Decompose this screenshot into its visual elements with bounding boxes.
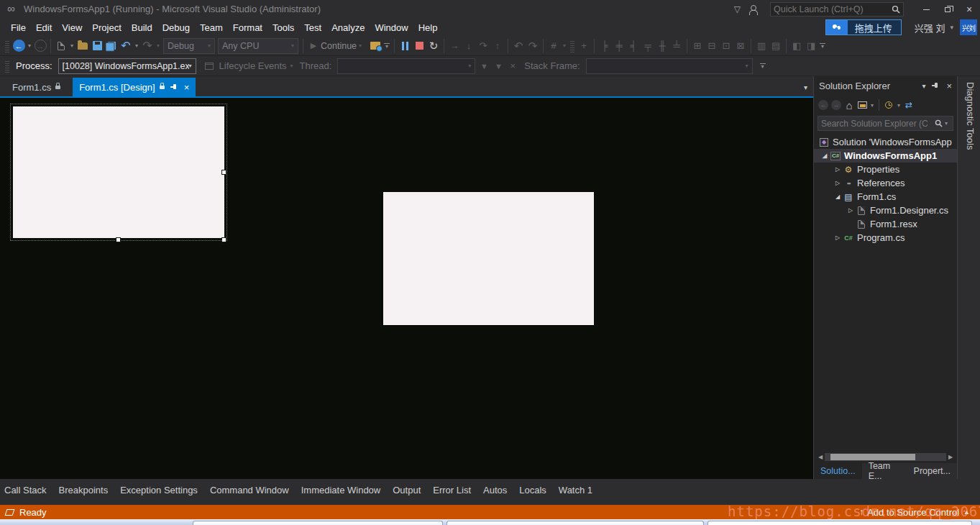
bring-to-front-button[interactable]: ◧ — [789, 38, 804, 54]
continue-dropdown-icon[interactable]: ▾ — [357, 42, 364, 49]
solution-configurations-dropdown[interactable]: Debug ▾ — [163, 38, 215, 54]
make-same-height-button[interactable]: ⊟ — [705, 38, 719, 54]
debug-location-overflow[interactable]: ▾ — [759, 63, 767, 68]
tab-locals[interactable]: Locals — [516, 483, 552, 496]
resize-handle-bottom[interactable] — [116, 237, 121, 242]
designer-form-2[interactable] — [383, 192, 594, 325]
switch-views-dropdown-icon[interactable]: ▾ — [869, 102, 876, 109]
menu-analyze[interactable]: Analyze — [326, 20, 370, 35]
pin-icon[interactable] — [170, 83, 178, 91]
horizontal-spacing-button[interactable]: ▥ — [754, 38, 769, 54]
menu-debug[interactable]: Debug — [157, 20, 195, 35]
break-all-button[interactable] — [398, 38, 412, 54]
save-button[interactable] — [90, 38, 104, 54]
menu-test[interactable]: Test — [299, 20, 326, 35]
size-to-grid-button[interactable]: ⊠ — [733, 38, 748, 54]
designer-form-selected[interactable] — [13, 106, 224, 238]
tab-watch-1[interactable]: Watch 1 — [556, 483, 598, 496]
resize-handle-right[interactable] — [221, 170, 226, 175]
navigate-back-button[interactable]: ← — [12, 38, 26, 54]
notifications-person-icon[interactable] — [749, 5, 760, 14]
tab-diagnostic-tools[interactable]: Diagnostic Tools — [963, 82, 976, 150]
tab-autos[interactable]: Autos — [480, 483, 513, 496]
expander-expanded-icon[interactable]: ◢ — [820, 152, 830, 159]
menu-tools[interactable]: Tools — [267, 20, 299, 35]
lifecycle-dropdown-icon[interactable]: ▾ — [288, 63, 296, 69]
panel-pin-icon[interactable] — [932, 82, 940, 91]
source-control-button[interactable]: ↑ Add to Source Control ▲ — [859, 505, 970, 519]
quick-launch-input[interactable] — [774, 4, 892, 14]
tab-immediate-window[interactable]: Immediate Window — [298, 483, 387, 496]
menu-project[interactable]: Project — [87, 20, 126, 35]
feedback-icon[interactable]: ▽ — [734, 4, 741, 14]
tab-breakpoints[interactable]: Breakpoints — [56, 483, 114, 496]
expander-expanded-icon[interactable]: ◢ — [833, 193, 843, 200]
tab-form1-cs-design[interactable]: Form1.cs [Design] × — [73, 78, 196, 96]
drag-upload-button[interactable]: 拖拽上传 — [825, 19, 902, 35]
lifecycle-events-label[interactable]: Lifecycle Events — [219, 60, 287, 71]
step-into-button[interactable]: ↓ — [462, 38, 476, 54]
stack-frame-dropdown[interactable]: ▾ — [586, 58, 753, 74]
scroll-left-icon[interactable]: ◀ — [816, 454, 825, 460]
layout-toolbar-overflow[interactable]: ▾ — [818, 43, 827, 48]
resize-handle-corner[interactable] — [221, 237, 226, 242]
hex-dropdown-icon[interactable]: ▾ — [561, 42, 568, 49]
tab-properties[interactable]: Propert... — [907, 463, 957, 479]
make-same-size-button[interactable]: ⊡ — [719, 38, 733, 54]
align-tops-button[interactable]: ╤ — [641, 38, 655, 54]
redo-dropdown-icon[interactable]: ▾ — [155, 42, 162, 49]
menu-team[interactable]: Team — [195, 20, 228, 35]
continue-label[interactable]: Continue — [321, 41, 357, 51]
vertical-spacing-button[interactable]: ▤ — [769, 38, 783, 54]
open-file-button[interactable] — [75, 38, 90, 54]
show-next-statement-button[interactable]: → — [447, 38, 462, 54]
menu-edit[interactable]: Edit — [31, 20, 57, 35]
tree-item-references[interactable]: ▷ ▪▪ References — [814, 176, 957, 190]
restart-button[interactable]: ↻ — [426, 38, 441, 54]
panel-dropdown-icon[interactable]: ▾ — [922, 82, 925, 90]
tree-item-properties[interactable]: ▷ ⚙ Properties — [814, 163, 957, 176]
taskbar-button[interactable] — [707, 521, 972, 525]
home-icon[interactable]: ⌂ — [843, 98, 856, 112]
quick-launch-box[interactable] — [770, 2, 904, 17]
undo-button[interactable]: ↶ — [119, 38, 133, 54]
menu-build[interactable]: Build — [127, 20, 157, 35]
debug-toolbar-overflow[interactable]: ▾ — [383, 43, 391, 48]
make-same-width-button[interactable]: ⊞ — [690, 38, 705, 54]
menu-view[interactable]: View — [57, 20, 87, 35]
expander-collapsed-icon[interactable]: ▷ — [833, 166, 843, 173]
align-bottoms-button[interactable]: ╧ — [669, 38, 684, 54]
minimize-button[interactable] — [915, 1, 937, 17]
filter-threads-icon[interactable]: ▼ — [477, 58, 491, 74]
restore-button[interactable] — [937, 1, 958, 17]
align-rights-button[interactable]: ╡ — [626, 38, 641, 54]
search-dropdown-icon[interactable]: ▾ — [943, 120, 950, 127]
solution-explorer-titlebar[interactable]: Solution Explorer ▾ × — [814, 76, 957, 96]
tab-output[interactable]: Output — [390, 483, 426, 496]
expander-collapsed-icon[interactable]: ▷ — [846, 207, 856, 214]
tab-call-stack[interactable]: Call Stack — [1, 483, 52, 496]
tab-exception-settings[interactable]: Exception Settings — [117, 483, 203, 496]
user-name[interactable]: 兴强 刘 — [915, 21, 945, 35]
navigate-back-dropdown-icon[interactable]: ▾ — [26, 42, 33, 49]
close-button[interactable]: × — [958, 1, 980, 17]
tree-item-program[interactable]: ▷ C# Program.cs — [814, 231, 957, 245]
expander-collapsed-icon[interactable]: ▷ — [833, 180, 843, 186]
breakpoint-window-button[interactable] — [368, 38, 383, 54]
tab-team-explorer[interactable]: Team E... — [862, 463, 907, 479]
menu-format[interactable]: Format — [228, 20, 267, 35]
sync-with-active-document-icon[interactable]: ⇄ — [902, 98, 915, 112]
tree-item-form1-resx[interactable]: Form1.resx — [814, 217, 957, 231]
continue-play-icon[interactable]: ▶ — [306, 38, 321, 54]
step-out-button[interactable]: ↑ — [490, 38, 505, 54]
undo-dropdown-icon[interactable]: ▾ — [133, 42, 140, 49]
save-all-button[interactable] — [104, 38, 119, 54]
se-back-button[interactable]: ← — [817, 98, 830, 112]
user-avatar[interactable]: 兴刘 — [960, 19, 977, 35]
expander-collapsed-icon[interactable]: ▷ — [833, 234, 843, 241]
tab-form1-cs[interactable]: Form1.cs — [6, 78, 67, 96]
panel-close-icon[interactable]: × — [946, 81, 952, 91]
filter-dropdown-icon[interactable]: ▾ — [895, 102, 902, 109]
tree-item-solution[interactable]: ◆ Solution 'WindowsFormsApp — [814, 135, 957, 149]
tree-item-form1-designer[interactable]: ▷ Form1.Designer.cs — [814, 204, 957, 217]
